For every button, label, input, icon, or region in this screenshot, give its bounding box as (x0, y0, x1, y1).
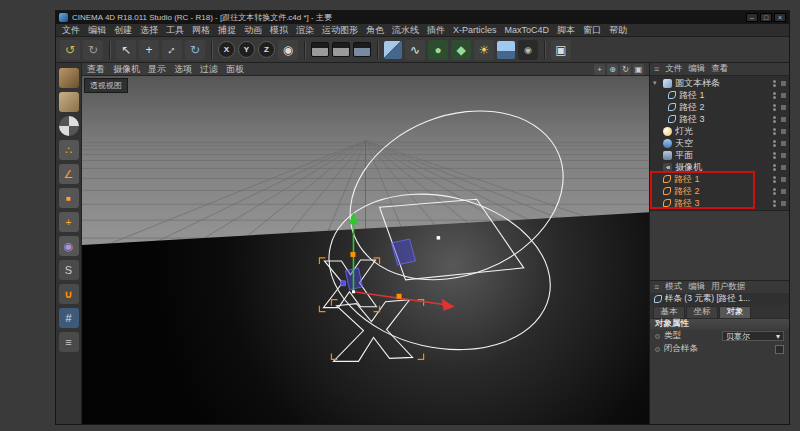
om-menu-file[interactable]: 文件 (665, 63, 682, 75)
light-object-dot[interactable] (437, 236, 441, 239)
menu-item-edit[interactable]: 编辑 (88, 24, 106, 37)
redo-icon[interactable]: ↻ (83, 40, 103, 60)
tree-item-path2-child[interactable]: 路径 2 (650, 101, 789, 113)
type-dropdown[interactable]: 贝塞尔 ▾ (722, 331, 784, 341)
menu-item-xparticles[interactable]: X-Particles (453, 25, 497, 35)
enable-toggle[interactable] (781, 153, 786, 158)
move-tool-icon[interactable]: + (139, 40, 159, 60)
close-button[interactable]: × (774, 13, 786, 22)
render-settings-icon[interactable] (353, 42, 371, 57)
rotate-tool-icon[interactable]: ↻ (185, 40, 205, 60)
menu-item-file[interactable]: 文件 (62, 24, 80, 37)
tree-item-camera[interactable]: 摄像机 (650, 161, 789, 173)
enable-toggle[interactable] (781, 141, 786, 146)
visibility-dots[interactable] (773, 152, 776, 159)
menu-item-mesh[interactable]: 网格 (192, 24, 210, 37)
menu-item-create[interactable]: 创建 (114, 24, 132, 37)
keyframe-dot-icon[interactable] (655, 334, 660, 339)
enable-toggle[interactable] (781, 165, 786, 170)
spline-pen-icon[interactable]: ∿ (405, 40, 425, 60)
menu-item-help[interactable]: 帮助 (609, 24, 627, 37)
tab-basic[interactable]: 基本 (653, 306, 685, 318)
minimize-button[interactable]: – (746, 13, 758, 22)
live-selection-icon[interactable]: ↖ (116, 40, 136, 60)
visibility-dots[interactable] (773, 188, 776, 195)
floor-plane[interactable] (82, 212, 649, 424)
render-view-icon[interactable] (311, 42, 329, 57)
menu-item-mograph[interactable]: 运动图形 (322, 24, 358, 37)
viewport-zoom-icon[interactable]: ⊕ (607, 64, 618, 75)
environment-icon[interactable] (497, 41, 515, 59)
panel-menu-icon[interactable]: ≡ (654, 64, 659, 74)
axis-x-handle[interactable] (397, 294, 402, 299)
visibility-dots[interactable] (773, 128, 776, 135)
enable-toggle[interactable] (781, 81, 786, 86)
am-menu-edit[interactable]: 编辑 (688, 281, 705, 293)
workplane-icon[interactable]: # (59, 308, 79, 328)
panel-menu-icon[interactable]: ≡ (654, 282, 659, 292)
visibility-dots[interactable] (773, 176, 776, 183)
scale-tool-icon[interactable]: ↕ (162, 40, 182, 60)
vp-menu-options[interactable]: 选项 (174, 63, 192, 76)
axis-lock-x-button[interactable]: X (218, 41, 235, 58)
tab-coordinates[interactable]: 坐标 (686, 306, 718, 318)
tree-item-path3-child[interactable]: 路径 3 (650, 113, 789, 125)
vp-menu-filter[interactable]: 过滤 (200, 63, 218, 76)
menu-item-animate[interactable]: 动画 (244, 24, 262, 37)
keyframe-dot-icon[interactable] (655, 347, 660, 352)
vp-menu-camera[interactable]: 摄像机 (113, 63, 140, 76)
menu-item-script[interactable]: 脚本 (557, 24, 575, 37)
make-editable-icon[interactable] (59, 68, 79, 88)
display-mode-icon[interactable]: ▣ (551, 40, 571, 60)
model-mode-icon[interactable] (59, 92, 79, 112)
deformer-icon[interactable]: ◆ (451, 40, 471, 60)
tab-object[interactable]: 对象 (719, 306, 751, 318)
camera-icon[interactable]: ◉ (518, 40, 538, 60)
axis-lock-z-button[interactable]: Z (258, 41, 275, 58)
tree-item-light[interactable]: 灯光 (650, 125, 789, 137)
axis-z-handle[interactable] (340, 281, 345, 286)
enable-toggle[interactable] (781, 129, 786, 134)
menu-item-plugins[interactable]: 插件 (427, 24, 445, 37)
coordinate-system-icon[interactable]: ◉ (278, 40, 298, 60)
edge-mode-icon[interactable]: ∠ (59, 164, 79, 184)
menu-item-character[interactable]: 角色 (366, 24, 384, 37)
vp-menu-panel[interactable]: 面板 (226, 63, 244, 76)
tree-item-path1-selected[interactable]: 路径 1 (650, 173, 789, 185)
visibility-dots[interactable] (773, 116, 776, 123)
menu-item-pipeline[interactable]: 流水线 (392, 24, 419, 37)
tree-item-path1-child[interactable]: 路径 1 (650, 89, 789, 101)
texture-mode-icon[interactable] (59, 116, 79, 136)
enable-toggle[interactable] (781, 201, 786, 206)
tree-item-text-spline[interactable]: ▾ 圆文本样条 (650, 77, 789, 89)
axis-y-handle[interactable] (350, 252, 355, 257)
viewport-pan-icon[interactable]: + (594, 64, 605, 75)
enable-toggle[interactable] (781, 177, 786, 182)
menu-item-maxtoc4d[interactable]: MaxToC4D (505, 25, 550, 35)
coordinates-icon[interactable]: ◉ (59, 236, 79, 256)
om-menu-edit[interactable]: 编辑 (688, 63, 705, 75)
render-picture-viewer-icon[interactable] (332, 42, 350, 57)
section-object-properties[interactable]: 对象属性 (650, 318, 789, 330)
visibility-dots[interactable] (773, 92, 776, 99)
viewport-rotate-icon[interactable]: ↻ (620, 64, 631, 75)
closed-spline-checkbox[interactable] (775, 345, 784, 354)
visibility-dots[interactable] (773, 200, 776, 207)
enable-snap-icon[interactable]: ∪ (59, 284, 79, 304)
enable-toggle[interactable] (781, 93, 786, 98)
vp-menu-display[interactable]: 显示 (148, 63, 166, 76)
menu-item-tools[interactable]: 工具 (166, 24, 184, 37)
tree-item-path2-selected[interactable]: 路径 2 (650, 185, 789, 197)
vp-menu-view[interactable]: 查看 (87, 63, 105, 76)
maximize-button[interactable]: □ (760, 13, 772, 22)
points-mode-icon[interactable]: ∴ (59, 140, 79, 160)
view-label[interactable]: 透视视图 (84, 78, 128, 93)
am-menu-mode[interactable]: 模式 (665, 281, 682, 293)
menu-item-snap[interactable]: 捕捉 (218, 24, 236, 37)
menu-item-select[interactable]: 选择 (140, 24, 158, 37)
viewport-maximize-icon[interactable]: ▣ (633, 64, 644, 75)
expand-caret-icon[interactable]: ▾ (653, 79, 660, 87)
visibility-dots[interactable] (773, 140, 776, 147)
tree-item-path3-selected[interactable]: 路径 3 (650, 197, 789, 209)
om-menu-view[interactable]: 查看 (711, 63, 728, 75)
